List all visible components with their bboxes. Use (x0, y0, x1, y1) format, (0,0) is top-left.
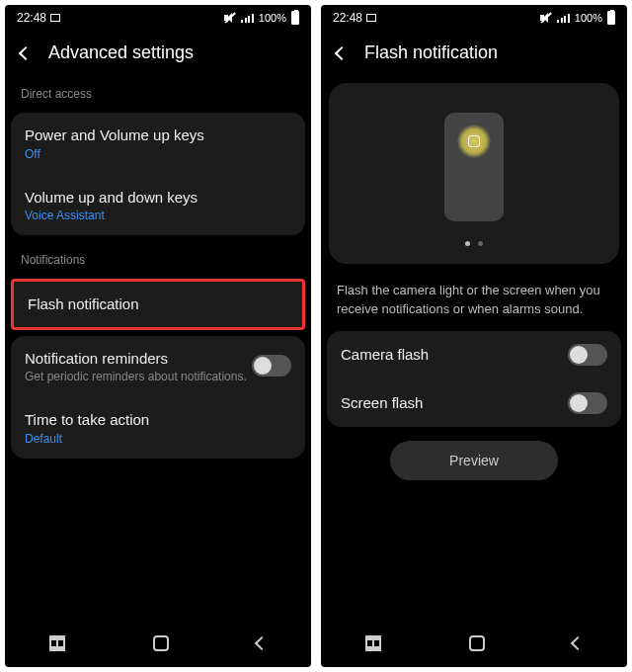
phone-advanced-settings: 22:48 100% Advanced settings Direct acce… (5, 5, 311, 667)
section-notifications: Notifications (5, 241, 311, 273)
back-icon[interactable] (335, 45, 349, 59)
pager-dots[interactable] (465, 241, 483, 246)
screenshot-icon (50, 14, 60, 22)
battery-pct: 100% (259, 12, 286, 24)
mock-phone-illustration (444, 113, 504, 221)
preview-button[interactable]: Preview (390, 441, 558, 480)
row-title: Notification reminders (25, 349, 252, 369)
screenshot-icon (366, 14, 376, 22)
row-sub: Default (25, 432, 291, 446)
battery-icon (291, 11, 299, 25)
status-bar: 22:48 100% (321, 5, 627, 31)
nav-recents-icon[interactable] (49, 640, 65, 646)
status-time: 22:48 (333, 11, 362, 25)
nav-recents-icon[interactable] (365, 640, 381, 646)
card-direct-access: Power and Volume up keys Off Volume up a… (11, 113, 305, 235)
signal-icon (241, 14, 254, 23)
pager-dot-1[interactable] (465, 241, 470, 246)
row-title: Power and Volume up keys (25, 126, 291, 145)
row-title: Screen flash (341, 393, 423, 413)
row-title: Camera flash (341, 345, 429, 365)
row-sub: Voice Assistant (25, 209, 291, 222)
status-time: 22:48 (17, 11, 46, 25)
back-icon[interactable] (19, 45, 33, 59)
row-flash-notification[interactable]: Flash notification (11, 279, 305, 330)
nav-back-icon[interactable] (255, 636, 269, 650)
page-title: Flash notification (364, 42, 498, 63)
row-camera-flash[interactable]: Camera flash (327, 331, 621, 378)
row-sub: Off (25, 147, 291, 161)
nav-home-icon[interactable] (469, 635, 485, 651)
signal-icon (557, 14, 570, 23)
mute-icon (224, 13, 236, 23)
row-volume-up-down[interactable]: Volume up and down keys Voice Assistant (11, 174, 305, 236)
preview-card (329, 83, 619, 264)
row-screen-flash[interactable]: Screen flash (327, 378, 621, 427)
card-flash-options: Camera flash Screen flash (327, 331, 621, 427)
description-text: Flash the camera light or the screen whe… (321, 272, 627, 325)
nav-back-icon[interactable] (571, 636, 585, 650)
toggle-camera-flash[interactable] (568, 344, 607, 366)
card-notifications-rest: Notification reminders Get periodic remi… (11, 336, 305, 459)
nav-bar (321, 622, 627, 667)
row-title: Time to take action (25, 410, 291, 430)
pager-dot-2[interactable] (478, 241, 483, 246)
status-bar: 22:48 100% (5, 5, 311, 31)
nav-bar (5, 622, 311, 667)
phone-flash-notification: 22:48 100% Flash notification Flash the (321, 5, 627, 667)
section-direct-access: Direct access (5, 75, 311, 107)
row-time-to-take-action[interactable]: Time to take action Default (11, 396, 305, 459)
flash-glow-icon (457, 125, 491, 158)
row-title: Volume up and down keys (25, 188, 291, 208)
toggle-notification-reminders[interactable] (252, 355, 291, 377)
header: Advanced settings (5, 31, 311, 75)
header: Flash notification (321, 31, 627, 75)
page-title: Advanced settings (48, 42, 194, 63)
row-power-volume-up[interactable]: Power and Volume up keys Off (11, 113, 305, 174)
mute-icon (540, 13, 552, 23)
nav-home-icon[interactable] (153, 635, 169, 651)
row-title: Flash notification (28, 294, 288, 314)
row-notification-reminders[interactable]: Notification reminders Get periodic remi… (11, 336, 305, 397)
row-sub: Get periodic reminders about notificatio… (25, 370, 252, 383)
toggle-screen-flash[interactable] (568, 392, 607, 414)
battery-pct: 100% (575, 12, 602, 24)
battery-icon (607, 11, 615, 25)
